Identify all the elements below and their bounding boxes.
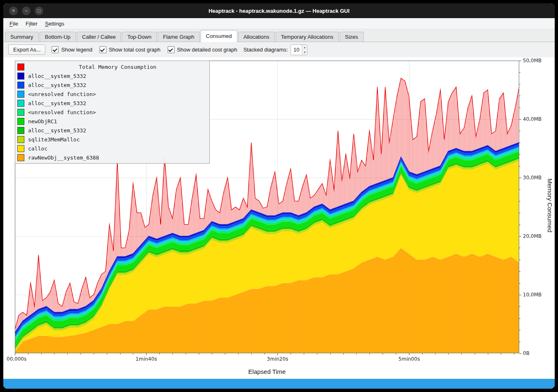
menu-item-filter[interactable]: Filter xyxy=(22,19,41,28)
legend-swatch-icon xyxy=(17,154,24,161)
spin-down-button[interactable]: ▼ xyxy=(302,50,307,55)
x-axis-title: Elapsed Time xyxy=(15,368,519,375)
legend-label: alloc__system_5332 xyxy=(28,100,86,106)
heaptrack-window: × − □ Heaptrack - heaptrack.wakunode.1.g… xyxy=(3,3,555,389)
chart-legend: Total Memory Consumptionalloc__system_53… xyxy=(15,61,210,164)
legend-label: Total Memory Consumption xyxy=(28,64,207,70)
legend-label: alloc__system_5332 xyxy=(28,82,86,88)
checkbox-show-total-cost-graph[interactable]: Show total cost graph xyxy=(99,46,161,53)
legend-label: alloc__system_5332 xyxy=(28,73,86,79)
tab-temporary-allocations[interactable]: Temporary Allocations xyxy=(276,32,339,42)
chart-area: Total Memory Consumptionalloc__system_53… xyxy=(3,57,555,379)
legend-label: <unresolved function> xyxy=(28,109,96,115)
legend-swatch-icon xyxy=(17,136,24,143)
timeline-scrollbar[interactable] xyxy=(3,379,555,389)
legend-item: <unresolved function> xyxy=(15,89,209,99)
legend-label: newObjRC1 xyxy=(28,118,57,124)
stacked-diagrams-value[interactable]: 10 xyxy=(291,45,302,55)
window-title: Heaptrack - heaptrack.wakunode.1.gz — He… xyxy=(3,8,555,14)
stacked-diagrams-control: Stacked diagrams: 10 ▲ ▼ xyxy=(244,45,308,55)
stacked-diagrams-spinbox[interactable]: 10 ▲ ▼ xyxy=(291,45,307,55)
checkmark-icon xyxy=(100,47,105,52)
y-axis-title: Memory Consumed xyxy=(546,57,553,353)
menubar: FileFilterSettings xyxy=(3,18,555,29)
export-as-button[interactable]: Export As... xyxy=(8,45,45,55)
tab-top-down[interactable]: Top-Down xyxy=(122,32,157,42)
menu-item-file[interactable]: File xyxy=(6,19,22,28)
legend-label: calloc xyxy=(28,146,47,152)
legend-item: alloc__system_5332 xyxy=(15,71,209,80)
tab-consumed[interactable]: Consumed xyxy=(201,30,237,42)
tab-bar: SummaryBottom-UpCaller / CalleeTop-DownF… xyxy=(3,29,555,42)
checkbox-box[interactable] xyxy=(99,46,106,53)
legend-swatch-icon xyxy=(17,73,24,80)
legend-item: sqlite3MemMalloc xyxy=(15,135,209,144)
checkbox-label: Show detailed cost graph xyxy=(177,47,237,53)
spin-up-button[interactable]: ▲ xyxy=(302,45,307,50)
tab-summary[interactable]: Summary xyxy=(5,32,39,42)
checkmark-icon xyxy=(168,47,173,52)
legend-swatch-icon xyxy=(17,127,24,134)
checkbox-show-detailed-cost-graph[interactable]: Show detailed cost graph xyxy=(168,46,237,53)
legend-swatch-icon xyxy=(17,145,24,152)
window-controls: × − □ xyxy=(9,7,43,15)
checkbox-group: Show legendShow total cost graphShow det… xyxy=(52,46,237,53)
checkbox-show-legend[interactable]: Show legend xyxy=(52,46,92,53)
legend-label: sqlite3MemMalloc xyxy=(28,136,80,143)
legend-item: alloc__system_5332 xyxy=(15,80,209,89)
checkmark-icon xyxy=(53,47,57,52)
legend-item: rawNewObj__system_6388 xyxy=(15,153,209,162)
legend-swatch-icon xyxy=(17,91,24,98)
close-button[interactable]: × xyxy=(9,7,18,15)
legend-swatch-icon xyxy=(17,118,24,125)
legend-item: alloc__system_5332 xyxy=(15,126,209,135)
checkbox-box[interactable] xyxy=(168,46,175,53)
legend-label: rawNewObj__system_6388 xyxy=(28,155,99,161)
minimize-icon: − xyxy=(25,8,28,13)
checkbox-box[interactable] xyxy=(52,46,59,53)
legend-swatch-icon xyxy=(17,63,24,70)
tab-sizes[interactable]: Sizes xyxy=(340,32,364,42)
close-icon: × xyxy=(12,8,15,13)
menu-item-settings[interactable]: Settings xyxy=(41,19,68,28)
titlebar: × − □ Heaptrack - heaptrack.wakunode.1.g… xyxy=(3,3,555,18)
maximize-button[interactable]: □ xyxy=(35,7,43,15)
maximize-icon: □ xyxy=(38,8,40,13)
legend-title-row: Total Memory Consumption xyxy=(15,62,209,71)
minimize-button[interactable]: − xyxy=(22,7,31,15)
legend-label: alloc__system_5332 xyxy=(28,127,86,134)
stacked-diagrams-label: Stacked diagrams: xyxy=(244,47,288,53)
legend-item: newObjRC1 xyxy=(15,117,209,126)
legend-label: <unresolved function> xyxy=(28,91,96,97)
legend-item: calloc xyxy=(15,144,209,153)
tab-bottom-up[interactable]: Bottom-Up xyxy=(40,32,76,42)
tab-flame-graph[interactable]: Flame Graph xyxy=(158,32,200,42)
checkbox-label: Show legend xyxy=(61,47,92,53)
legend-item: alloc__system_5332 xyxy=(15,99,209,108)
tab-allocations[interactable]: Allocations xyxy=(238,32,275,42)
legend-item: <unresolved function> xyxy=(15,108,209,117)
legend-swatch-icon xyxy=(17,109,24,116)
spin-buttons: ▲ ▼ xyxy=(302,45,307,55)
legend-swatch-icon xyxy=(17,100,24,107)
checkbox-label: Show total cost graph xyxy=(109,47,161,53)
toolbar: Export As... Show legendShow total cost … xyxy=(3,42,555,57)
tab-caller-callee[interactable]: Caller / Callee xyxy=(77,32,121,42)
legend-swatch-icon xyxy=(17,82,24,89)
